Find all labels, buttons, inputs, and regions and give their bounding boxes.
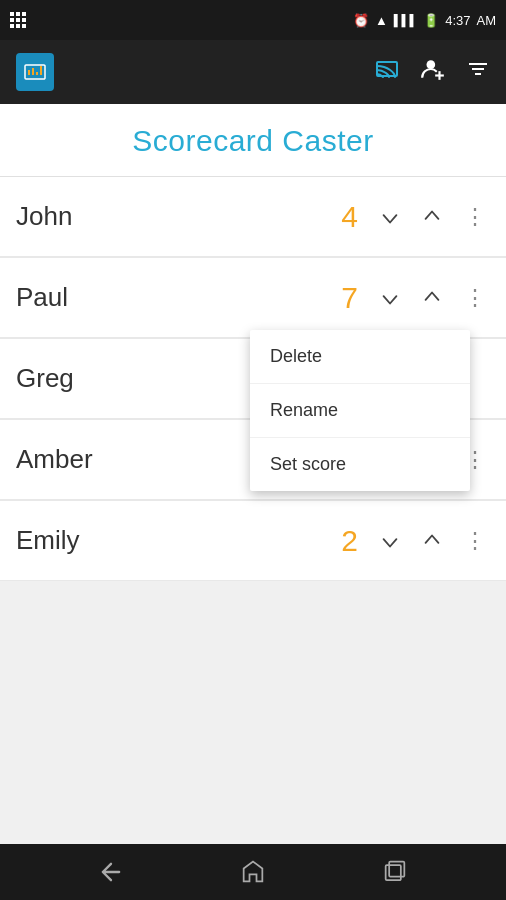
- context-menu-set-score[interactable]: Set score: [250, 438, 470, 491]
- context-menu-rename[interactable]: Rename: [250, 384, 470, 438]
- context-menu: Delete Rename Set score: [250, 330, 470, 491]
- context-menu-delete[interactable]: Delete: [250, 330, 470, 384]
